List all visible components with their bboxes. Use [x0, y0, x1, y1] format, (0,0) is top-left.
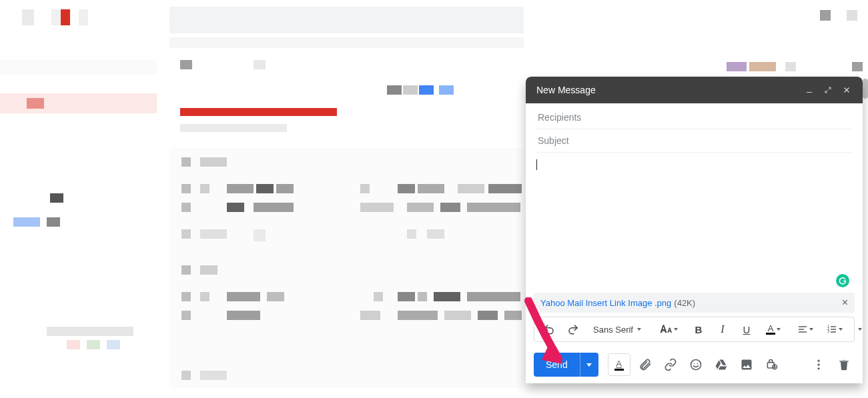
attachment-filename: Yahoo Mail Insert Link Image .png	[540, 298, 671, 308]
insert-photo-button[interactable]	[736, 354, 757, 375]
recipients-input[interactable]	[536, 111, 855, 123]
send-button[interactable]: Send	[534, 353, 580, 377]
discard-draft-button[interactable]	[833, 354, 855, 375]
attachment-chip[interactable]: Yahoo Mail Insert Link Image .png (42K) …	[534, 293, 855, 313]
grammarly-icon[interactable]	[836, 274, 849, 287]
compose-body[interactable]	[526, 153, 863, 293]
chevron-down-icon	[637, 328, 641, 331]
compose-window: New Message Yahoo Mail Insert Link Image…	[526, 77, 863, 383]
send-label: Send	[546, 359, 568, 370]
recipients-field-row	[536, 106, 852, 129]
list-button[interactable]: 123	[820, 319, 849, 340]
compose-titlebar: New Message	[526, 77, 863, 103]
send-row: Send A	[526, 346, 863, 383]
svg-point-14	[697, 363, 698, 365]
fullscreen-button[interactable]	[819, 81, 837, 99]
background-blur	[0, 0, 524, 398]
svg-text:3: 3	[827, 330, 829, 333]
chevron-down-icon	[777, 328, 781, 331]
redo-button[interactable]	[561, 319, 585, 340]
formatting-toggle-button[interactable]: A	[608, 353, 630, 376]
send-options-button[interactable]	[580, 353, 598, 377]
compose-title: New Message	[532, 85, 800, 95]
font-size-button[interactable]	[652, 319, 684, 340]
subject-input[interactable]	[536, 135, 855, 147]
minimize-button[interactable]	[800, 81, 819, 99]
underline-button[interactable]: U	[735, 319, 759, 340]
chevron-down-icon	[674, 328, 678, 331]
svg-point-12	[691, 360, 701, 370]
close-button[interactable]	[837, 81, 856, 99]
more-options-button[interactable]	[808, 354, 829, 375]
svg-point-19	[817, 367, 819, 369]
insert-emoji-button[interactable]	[685, 354, 707, 375]
chevron-down-icon	[586, 363, 592, 367]
text-cursor	[536, 159, 537, 170]
italic-button[interactable]: I	[711, 319, 735, 340]
font-family-label: Sans Serif	[593, 325, 633, 335]
send-split-button: Send	[534, 353, 598, 377]
svg-point-18	[817, 363, 819, 365]
chevron-down-icon	[809, 328, 813, 331]
more-formatting-button[interactable]	[852, 319, 863, 340]
chevron-down-icon	[858, 328, 862, 331]
svg-point-13	[693, 363, 695, 365]
format-toolbar: Sans Serif B I U A 123	[534, 317, 855, 342]
compose-header-fields	[526, 103, 863, 153]
bold-button[interactable]: B	[687, 319, 711, 340]
chevron-down-icon	[839, 328, 843, 331]
text-color-button[interactable]: A	[759, 319, 788, 340]
insert-drive-button[interactable]	[711, 354, 732, 375]
font-family-select[interactable]: Sans Serif	[585, 319, 649, 340]
confidential-mode-button[interactable]	[761, 354, 783, 375]
undo-button[interactable]	[537, 319, 561, 340]
subject-field-row	[536, 129, 852, 153]
align-button[interactable]	[791, 319, 820, 340]
insert-link-button[interactable]	[660, 354, 681, 375]
attachment-filesize: (42K)	[674, 298, 695, 308]
scrollbar[interactable]	[863, 79, 868, 99]
attachment-remove-button[interactable]: ×	[842, 297, 848, 308]
attach-file-button[interactable]	[634, 354, 656, 375]
svg-point-17	[817, 360, 819, 362]
